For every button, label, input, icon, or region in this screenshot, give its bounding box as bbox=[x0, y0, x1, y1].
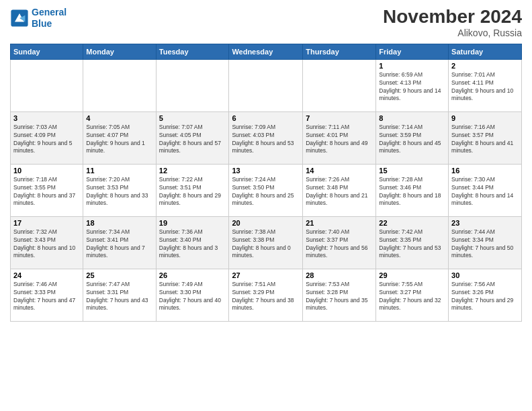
day-info: Sunrise: 7:11 AMSunset: 4:01 PMDaylight:… bbox=[306, 124, 373, 156]
title-area: November 2024 Alikovo, Russia bbox=[383, 7, 522, 38]
calendar-cell bbox=[156, 59, 229, 111]
day-info: Sunrise: 7:56 AMSunset: 3:26 PMDaylight:… bbox=[451, 281, 519, 313]
day-info: Sunrise: 7:14 AMSunset: 3:59 PMDaylight:… bbox=[379, 124, 445, 156]
calendar-week-4: 17Sunrise: 7:32 AMSunset: 3:43 PMDayligh… bbox=[11, 216, 522, 269]
calendar-cell: 19Sunrise: 7:36 AMSunset: 3:40 PMDayligh… bbox=[156, 216, 229, 269]
calendar-cell: 17Sunrise: 7:32 AMSunset: 3:43 PMDayligh… bbox=[11, 216, 83, 269]
day-info: Sunrise: 7:03 AMSunset: 4:09 PMDaylight:… bbox=[13, 124, 80, 156]
calendar-cell: 8Sunrise: 7:14 AMSunset: 3:59 PMDaylight… bbox=[376, 111, 449, 164]
day-number: 11 bbox=[86, 167, 152, 175]
calendar-cell: 13Sunrise: 7:24 AMSunset: 3:50 PMDayligh… bbox=[229, 164, 303, 216]
col-tuesday: Tuesday bbox=[156, 44, 229, 59]
day-number: 14 bbox=[306, 167, 373, 175]
day-number: 29 bbox=[379, 271, 445, 279]
day-info: Sunrise: 7:53 AMSunset: 3:28 PMDaylight:… bbox=[306, 281, 373, 313]
calendar-cell: 22Sunrise: 7:42 AMSunset: 3:35 PMDayligh… bbox=[376, 216, 449, 269]
calendar-cell: 12Sunrise: 7:22 AMSunset: 3:51 PMDayligh… bbox=[156, 164, 229, 216]
day-number: 2 bbox=[451, 62, 519, 70]
calendar-cell: 24Sunrise: 7:46 AMSunset: 3:33 PMDayligh… bbox=[11, 269, 83, 321]
calendar-cell: 21Sunrise: 7:40 AMSunset: 3:37 PMDayligh… bbox=[303, 216, 376, 269]
day-info: Sunrise: 7:18 AMSunset: 3:55 PMDaylight:… bbox=[13, 176, 80, 208]
day-info: Sunrise: 7:47 AMSunset: 3:31 PMDaylight:… bbox=[86, 281, 152, 313]
day-number: 5 bbox=[159, 114, 226, 122]
day-info: Sunrise: 7:36 AMSunset: 3:40 PMDaylight:… bbox=[159, 228, 226, 261]
day-info: Sunrise: 7:34 AMSunset: 3:41 PMDaylight:… bbox=[86, 228, 152, 261]
day-number: 16 bbox=[451, 167, 519, 175]
logo-line2: Blue bbox=[32, 18, 52, 29]
day-number: 12 bbox=[159, 167, 226, 175]
header: General Blue November 2024 Alikovo, Russ… bbox=[10, 7, 522, 38]
calendar-cell: 14Sunrise: 7:26 AMSunset: 3:48 PMDayligh… bbox=[303, 164, 376, 216]
calendar-table: Sunday Monday Tuesday Wednesday Thursday… bbox=[10, 44, 522, 322]
calendar-week-5: 24Sunrise: 7:46 AMSunset: 3:33 PMDayligh… bbox=[11, 269, 522, 321]
logo-icon bbox=[10, 9, 29, 28]
calendar-cell: 3Sunrise: 7:03 AMSunset: 4:09 PMDaylight… bbox=[11, 111, 83, 164]
day-number: 15 bbox=[379, 167, 445, 175]
calendar-cell: 20Sunrise: 7:38 AMSunset: 3:38 PMDayligh… bbox=[229, 216, 303, 269]
calendar-cell: 18Sunrise: 7:34 AMSunset: 3:41 PMDayligh… bbox=[83, 216, 156, 269]
day-info: Sunrise: 7:26 AMSunset: 3:48 PMDaylight:… bbox=[306, 176, 373, 208]
day-number: 28 bbox=[306, 271, 373, 279]
calendar-cell: 16Sunrise: 7:30 AMSunset: 3:44 PMDayligh… bbox=[449, 164, 522, 216]
day-number: 20 bbox=[232, 219, 300, 227]
day-info: Sunrise: 7:55 AMSunset: 3:27 PMDaylight:… bbox=[379, 281, 445, 313]
calendar-cell bbox=[229, 59, 303, 111]
day-number: 30 bbox=[451, 271, 519, 279]
day-number: 23 bbox=[451, 219, 519, 227]
day-info: Sunrise: 7:51 AMSunset: 3:29 PMDaylight:… bbox=[232, 281, 300, 313]
calendar-cell: 30Sunrise: 7:56 AMSunset: 3:26 PMDayligh… bbox=[449, 269, 522, 321]
day-number: 10 bbox=[13, 167, 80, 175]
calendar-cell: 10Sunrise: 7:18 AMSunset: 3:55 PMDayligh… bbox=[11, 164, 83, 216]
calendar-cell bbox=[83, 59, 156, 111]
day-number: 17 bbox=[13, 219, 80, 227]
day-info: Sunrise: 7:24 AMSunset: 3:50 PMDaylight:… bbox=[232, 176, 300, 208]
calendar-cell: 1Sunrise: 6:59 AMSunset: 4:13 PMDaylight… bbox=[376, 59, 449, 111]
day-info: Sunrise: 7:01 AMSunset: 4:11 PMDaylight:… bbox=[451, 71, 519, 103]
calendar-cell: 15Sunrise: 7:28 AMSunset: 3:46 PMDayligh… bbox=[376, 164, 449, 216]
day-number: 13 bbox=[232, 167, 300, 175]
calendar-cell: 28Sunrise: 7:53 AMSunset: 3:28 PMDayligh… bbox=[303, 269, 376, 321]
logo-line1: General bbox=[32, 7, 66, 17]
calendar-cell: 11Sunrise: 7:20 AMSunset: 3:53 PMDayligh… bbox=[83, 164, 156, 216]
day-number: 25 bbox=[86, 271, 152, 279]
day-number: 22 bbox=[379, 219, 445, 227]
day-number: 24 bbox=[13, 271, 80, 279]
calendar-cell: 6Sunrise: 7:09 AMSunset: 4:03 PMDaylight… bbox=[229, 111, 303, 164]
calendar-cell: 2Sunrise: 7:01 AMSunset: 4:11 PMDaylight… bbox=[449, 59, 522, 111]
calendar-cell: 7Sunrise: 7:11 AMSunset: 4:01 PMDaylight… bbox=[303, 111, 376, 164]
calendar-week-3: 10Sunrise: 7:18 AMSunset: 3:55 PMDayligh… bbox=[11, 164, 522, 216]
month-title: November 2024 bbox=[383, 7, 522, 28]
location: Alikovo, Russia bbox=[383, 28, 522, 38]
col-monday: Monday bbox=[83, 44, 156, 59]
day-info: Sunrise: 7:09 AMSunset: 4:03 PMDaylight:… bbox=[232, 124, 300, 156]
day-number: 8 bbox=[379, 114, 445, 122]
header-row: Sunday Monday Tuesday Wednesday Thursday… bbox=[11, 44, 522, 59]
logo-text: General Blue bbox=[32, 7, 66, 30]
day-info: Sunrise: 7:28 AMSunset: 3:46 PMDaylight:… bbox=[379, 176, 445, 208]
col-wednesday: Wednesday bbox=[229, 44, 303, 59]
day-number: 27 bbox=[232, 271, 300, 279]
day-number: 4 bbox=[86, 114, 152, 122]
day-number: 3 bbox=[13, 114, 80, 122]
day-number: 1 bbox=[379, 62, 445, 70]
logo: General Blue bbox=[10, 7, 66, 30]
day-number: 6 bbox=[232, 114, 300, 122]
calendar-week-1: 1Sunrise: 6:59 AMSunset: 4:13 PMDaylight… bbox=[11, 59, 522, 111]
day-number: 19 bbox=[159, 219, 226, 227]
day-number: 26 bbox=[159, 271, 226, 279]
day-number: 18 bbox=[86, 219, 152, 227]
day-info: Sunrise: 7:38 AMSunset: 3:38 PMDaylight:… bbox=[232, 228, 300, 261]
col-sunday: Sunday bbox=[11, 44, 83, 59]
calendar-week-2: 3Sunrise: 7:03 AMSunset: 4:09 PMDaylight… bbox=[11, 111, 522, 164]
calendar-cell: 25Sunrise: 7:47 AMSunset: 3:31 PMDayligh… bbox=[83, 269, 156, 321]
calendar-cell bbox=[11, 59, 83, 111]
day-info: Sunrise: 7:42 AMSunset: 3:35 PMDaylight:… bbox=[379, 228, 445, 261]
day-info: Sunrise: 7:30 AMSunset: 3:44 PMDaylight:… bbox=[451, 176, 519, 208]
calendar-cell: 4Sunrise: 7:05 AMSunset: 4:07 PMDaylight… bbox=[83, 111, 156, 164]
day-info: Sunrise: 7:07 AMSunset: 4:05 PMDaylight:… bbox=[159, 124, 226, 156]
day-info: Sunrise: 7:44 AMSunset: 3:34 PMDaylight:… bbox=[451, 228, 519, 261]
page-container: General Blue November 2024 Alikovo, Russ… bbox=[0, 0, 532, 325]
calendar-cell: 29Sunrise: 7:55 AMSunset: 3:27 PMDayligh… bbox=[376, 269, 449, 321]
day-info: Sunrise: 7:46 AMSunset: 3:33 PMDaylight:… bbox=[13, 281, 80, 313]
day-number: 9 bbox=[451, 114, 519, 122]
